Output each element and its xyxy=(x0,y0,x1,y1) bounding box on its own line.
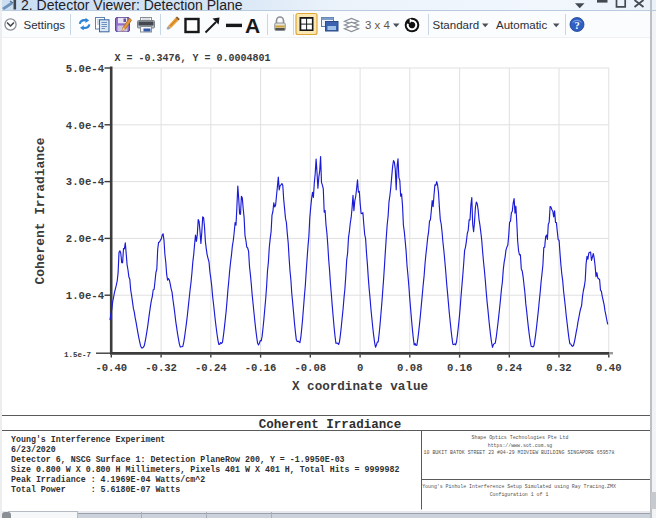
svg-text:X coordinate value: X coordinate value xyxy=(292,380,428,394)
svg-text:0.24: 0.24 xyxy=(497,362,523,374)
svg-text:-0.32: -0.32 xyxy=(145,362,177,374)
svg-text:Young's Pinhole Interference S: Young's Pinhole Interference Setup Simul… xyxy=(422,484,616,489)
svg-text:6/23/2020: 6/23/2020 xyxy=(11,445,56,454)
svg-text:10 BUKIT BATOK STREET 23 #04-2: 10 BUKIT BATOK STREET 23 #04-29 MIDVIEW … xyxy=(424,450,615,455)
svg-text:0.40: 0.40 xyxy=(596,362,621,374)
svg-text:-0.24: -0.24 xyxy=(195,362,227,374)
svg-text:Size 0.800 W X 0.800 H Millime: Size 0.800 W X 0.800 H Millimeters, Pixe… xyxy=(11,465,399,474)
svg-text:Configuration 1 of 1: Configuration 1 of 1 xyxy=(490,492,549,497)
svg-text:https://www.sot.com.sg: https://www.sot.com.sg xyxy=(488,443,553,448)
svg-text:Coherent Irradiance: Coherent Irradiance xyxy=(33,137,48,284)
svg-text:Detector 6, NSCG Surface 1: De: Detector 6, NSCG Surface 1: Detection Pl… xyxy=(11,455,345,464)
svg-text:1.0e-4: 1.0e-4 xyxy=(66,290,105,302)
svg-text:Total Power : 5.6180E-07 W: Total Power : 5.6180E-07 Watts xyxy=(11,485,180,494)
svg-text:2.0e-4: 2.0e-4 xyxy=(66,233,105,245)
svg-text:Peak Irradiance : 4.1969E-04 W: Peak Irradiance : 4.1969E-04 Watts/cm^2 xyxy=(11,475,205,484)
svg-text:-0.16: -0.16 xyxy=(245,362,277,374)
svg-text:Coherent Irradiance: Coherent Irradiance xyxy=(259,418,402,432)
svg-text:Shape Optics Technologies Pte: Shape Optics Technologies Pte Ltd xyxy=(472,435,569,440)
svg-text:0.32: 0.32 xyxy=(546,362,571,374)
svg-text:3.0e-4: 3.0e-4 xyxy=(66,176,105,188)
svg-text:1.5e-7: 1.5e-7 xyxy=(64,351,91,359)
svg-text:0.16: 0.16 xyxy=(447,362,472,374)
svg-text:5.0e-4: 5.0e-4 xyxy=(66,63,105,75)
svg-text:-0.40: -0.40 xyxy=(95,362,127,374)
svg-text:4.0e-4: 4.0e-4 xyxy=(66,120,105,132)
svg-text:Young's Interference Experimen: Young's Interference Experiment xyxy=(11,435,165,444)
svg-text:X = -0.3476, Y = 0.0004801: X = -0.3476, Y = 0.0004801 xyxy=(115,53,271,64)
svg-text:0.08: 0.08 xyxy=(397,362,422,374)
svg-text:0: 0 xyxy=(357,362,363,374)
svg-text:-0.08: -0.08 xyxy=(294,362,326,374)
